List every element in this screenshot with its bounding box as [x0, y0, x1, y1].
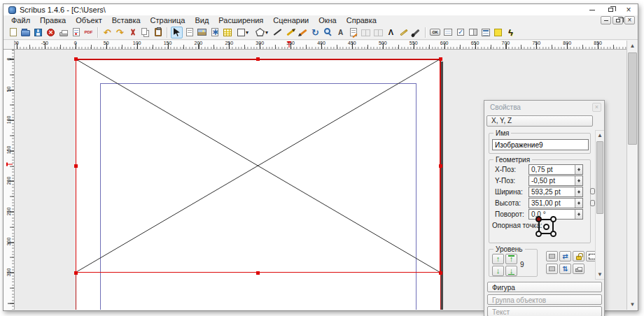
- pdf-list-box-button[interactable]: [479, 27, 491, 38]
- vertical-ruler[interactable]: 050100150200250300350: [4, 50, 15, 310]
- selection-handle[interactable]: [439, 57, 442, 61]
- selection-handle[interactable]: [256, 57, 260, 61]
- spin-down-button[interactable]: [575, 170, 582, 175]
- selection-handle[interactable]: [74, 164, 78, 168]
- menu-item-8[interactable]: Сценарии: [268, 15, 314, 25]
- properties-panel-titlebar[interactable]: Свойства ×: [484, 101, 604, 114]
- menu-item-4[interactable]: Вставка: [107, 15, 146, 25]
- menu-item-6[interactable]: Вид: [190, 15, 214, 25]
- width-spinbox[interactable]: 593,25 pt: [528, 187, 583, 197]
- selection-handle[interactable]: [256, 271, 260, 275]
- scroll-thumb[interactable]: [628, 52, 637, 145]
- dropdown-arrow-icon[interactable]: ▾: [246, 27, 248, 38]
- paste-button[interactable]: [152, 27, 164, 38]
- selection-handle[interactable]: [439, 271, 442, 275]
- undo-button[interactable]: ↶: [102, 27, 113, 38]
- height-spinbox[interactable]: 351,00 pt: [528, 198, 583, 208]
- object-name-input[interactable]: [492, 139, 589, 150]
- edit-contents-button[interactable]: A: [335, 27, 346, 38]
- basepoint-bottom-left[interactable]: [536, 231, 542, 237]
- pdf-checkbox-button[interactable]: ✓: [454, 27, 466, 38]
- section-текст[interactable]: Текст: [487, 306, 602, 316]
- tab-xyz[interactable]: X, Y, Z: [486, 115, 593, 127]
- mdi-minimize-button[interactable]: [601, 16, 611, 24]
- selection-handle[interactable]: [439, 164, 442, 168]
- y-pos-spinbox[interactable]: -0,50 pt: [528, 175, 583, 186]
- story-editor-button[interactable]: [347, 27, 359, 38]
- dropdown-arrow-icon[interactable]: ▾: [265, 27, 268, 38]
- menu-item-7[interactable]: Расширения: [214, 15, 268, 25]
- panel-scroll-thumb[interactable]: [596, 141, 603, 214]
- pdf-push-button[interactable]: OK: [429, 27, 441, 38]
- pdf-text-annotation-button[interactable]: [492, 27, 504, 38]
- spin-down-button[interactable]: [575, 192, 582, 197]
- mirror-vertical-button[interactable]: ⇅: [559, 264, 571, 274]
- section-фигура[interactable]: Фигура: [487, 282, 602, 292]
- pdf-link-annotation-button[interactable]: ϟ: [505, 27, 517, 38]
- raise-level-button[interactable]: ↑: [492, 254, 504, 264]
- insert-shape-button[interactable]: ▾: [234, 27, 252, 38]
- unlink-text-frames-button[interactable]: [372, 27, 384, 38]
- insert-line-button[interactable]: [272, 27, 284, 38]
- insert-table-button[interactable]: [221, 27, 233, 38]
- basepoint-top-right[interactable]: [550, 216, 556, 222]
- spin-down-button[interactable]: [575, 181, 582, 186]
- restore-button[interactable]: [601, 4, 620, 15]
- print-document-button[interactable]: [57, 27, 69, 38]
- redo-button[interactable]: ↷: [114, 27, 126, 38]
- select-item-button[interactable]: [171, 27, 183, 38]
- print-object-button[interactable]: [573, 264, 584, 274]
- new-document-button[interactable]: [7, 27, 19, 38]
- section-группа-объектов[interactable]: Группа объектов: [487, 294, 602, 305]
- menu-item-5[interactable]: Страница: [146, 15, 190, 25]
- insert-render-frame-button[interactable]: [209, 27, 220, 38]
- lower-to-bottom-button[interactable]: ↓: [505, 266, 517, 276]
- menu-item-3[interactable]: Объект: [71, 15, 106, 25]
- save-document-button[interactable]: [32, 27, 44, 38]
- mdi-restore-button[interactable]: [612, 16, 623, 24]
- panel-scroll-up-button[interactable]: ▲: [596, 131, 604, 140]
- scroll-up-button[interactable]: ▲: [627, 41, 638, 51]
- insert-text-frame-button[interactable]: [183, 27, 195, 38]
- close-button[interactable]: ×: [620, 4, 638, 15]
- insert-image-frame-button[interactable]: [196, 27, 208, 38]
- copy-properties-button[interactable]: [398, 27, 410, 38]
- rotate-item-button[interactable]: ↻: [309, 27, 321, 38]
- spin-down-button[interactable]: [575, 215, 582, 220]
- canvas-vertical-scrollbar[interactable]: ▲ ▼: [626, 41, 638, 310]
- flip-image-vertical-button[interactable]: [546, 264, 558, 274]
- ruler-origin-box[interactable]: [4, 41, 15, 50]
- insert-bezier-button[interactable]: [284, 27, 296, 38]
- pdf-combo-box-button[interactable]: [467, 27, 479, 38]
- eyedropper-button[interactable]: [410, 27, 422, 38]
- export-pdf-button[interactable]: PDF: [83, 27, 94, 38]
- copy-button[interactable]: [139, 27, 151, 38]
- lock-object-button[interactable]: [573, 251, 584, 261]
- panel-close-button[interactable]: ×: [592, 103, 601, 112]
- menu-item-1[interactable]: Файл: [6, 15, 35, 25]
- flip-image-horizontal-button[interactable]: [546, 251, 558, 261]
- scroll-down-button[interactable]: ▼: [627, 299, 638, 310]
- link-text-frames-button[interactable]: [360, 27, 372, 38]
- close-document-button[interactable]: [45, 27, 57, 38]
- zoom-button[interactable]: [322, 27, 334, 38]
- insert-freehand-button[interactable]: [297, 27, 309, 38]
- basepoint-top-left[interactable]: [536, 216, 542, 222]
- panel-scrollbar[interactable]: ▲ ▼: [595, 130, 605, 280]
- minimize-button[interactable]: [583, 4, 601, 15]
- selection-handle[interactable]: [74, 271, 78, 275]
- preflight-verifier-button[interactable]: [70, 27, 82, 38]
- basepoint-center[interactable]: [543, 224, 550, 230]
- basepoint-bottom-right[interactable]: [550, 231, 556, 237]
- selection-handle[interactable]: [74, 57, 78, 61]
- panel-scroll-down-button[interactable]: ▼: [596, 270, 604, 279]
- selected-image-frame[interactable]: [76, 59, 440, 273]
- menu-item-9[interactable]: Окна: [314, 15, 342, 25]
- spin-down-button[interactable]: [575, 203, 582, 208]
- open-document-button[interactable]: [20, 27, 31, 38]
- menu-item-2[interactable]: Правка: [35, 15, 71, 25]
- measurements-button[interactable]: Λ: [385, 27, 397, 38]
- insert-polygon-button[interactable]: ▾: [253, 27, 271, 38]
- cut-button[interactable]: [127, 27, 139, 38]
- x-pos-spinbox[interactable]: 0,75 pt: [528, 164, 583, 175]
